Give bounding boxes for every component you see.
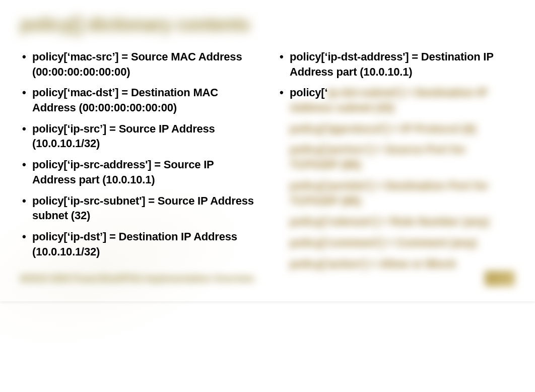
list-item: policy[‘ip-dst-address'] = Destination I… xyxy=(278,49,515,79)
blurred-item: policy['action'] = Allow or Block xyxy=(278,256,515,272)
left-bullet-list: policy[‘mac-src’] = Source MAC Address (… xyxy=(20,49,257,259)
content-columns: policy[‘mac-src’] = Source MAC Address (… xyxy=(20,49,515,277)
left-column: policy[‘mac-src’] = Source MAC Address (… xyxy=(20,49,257,277)
slide-footer: 8/2019 SDN PowerShell/PSA Implementation… xyxy=(20,271,515,286)
list-item-partial: policy[‘ip-dst-subnet'] = Destination IP… xyxy=(278,85,515,115)
visible-prefix: policy[‘ xyxy=(290,86,327,99)
right-column: policy[‘ip-dst-address'] = Destination I… xyxy=(278,49,515,277)
slide-title: policy[] dictionary contents xyxy=(20,14,515,35)
footer-text: 8/2019 SDN PowerShell/PSA Implementation… xyxy=(20,274,254,284)
blurred-item: policy['portdst'] = Destination Port for… xyxy=(278,178,515,208)
blurred-item: policy['comment'] = Comment (any) xyxy=(278,235,515,250)
blurred-item: policy['ipprotocol'] = IP Protocol (6) xyxy=(278,121,515,137)
list-item: policy[‘ip-dst’] = Destination IP Addres… xyxy=(20,229,257,259)
list-item: policy[‘ip-src’] = Source IP Address (10… xyxy=(20,121,257,151)
footer-logo xyxy=(485,271,515,286)
blurred-item: policy['portsrc'] = Source Port for TCP/… xyxy=(278,142,515,172)
list-item: policy[‘ip-src-subnet'] = Source IP Addr… xyxy=(20,193,257,223)
list-item: policy[‘mac-dst’] = Destination MAC Addr… xyxy=(20,85,257,115)
slide: policy[] dictionary contents policy[‘mac… xyxy=(0,0,535,301)
list-item: policy[‘mac-src’] = Source MAC Address (… xyxy=(20,49,257,79)
right-bullet-list: policy[‘ip-dst-address'] = Destination I… xyxy=(278,49,515,115)
list-item: policy[‘ip-src-address'] = Source IP Add… xyxy=(20,157,257,187)
blurred-item: policy['rulenum'] = Rule Number (any) xyxy=(278,214,515,229)
